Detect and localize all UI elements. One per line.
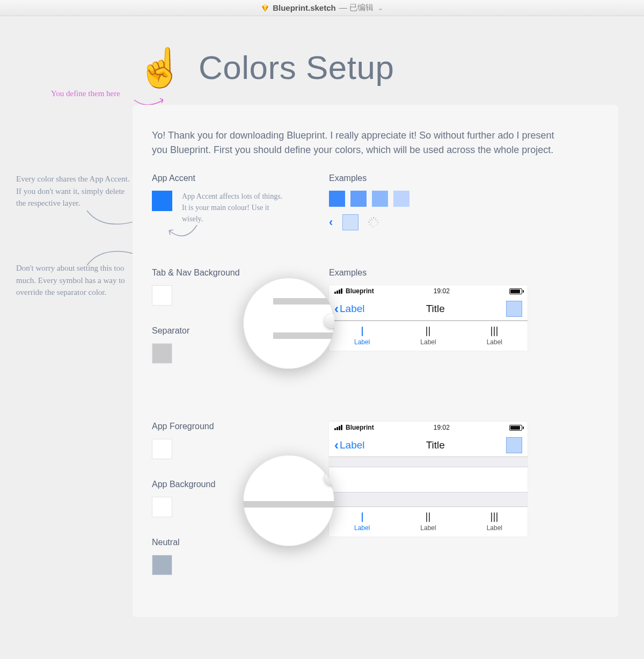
- ios-tab-3[interactable]: Label: [462, 321, 528, 351]
- sketch-icon: [261, 4, 269, 12]
- ios-tab-bar: Label Label Label: [329, 321, 528, 351]
- label-app-foreground: App Foreground: [152, 422, 329, 431]
- ios-nav-right-swatch[interactable]: [506, 437, 522, 453]
- chevron-left-icon[interactable]: ‹: [329, 215, 333, 229]
- magnifier-2: [243, 455, 334, 546]
- annotation-define-here: You define them here: [51, 88, 120, 100]
- ios-nav-bar: ‹Label Title: [329, 433, 528, 457]
- signal-icon: [334, 425, 342, 430]
- ios-status-bar: Blueprint 19:02: [329, 285, 528, 297]
- label-tabnav: Tab & Nav Background: [152, 268, 329, 278]
- annotation-dont-worry: Don't worry about setting this too much.…: [16, 262, 134, 299]
- chevron-left-icon: ‹: [334, 439, 339, 452]
- accent-shades: [329, 191, 599, 207]
- window-filename: Blueprint.sketch: [273, 3, 336, 12]
- ios-back-button[interactable]: ‹Label: [334, 439, 365, 452]
- section-fgbg: App Foreground App Background Neutral: [152, 422, 599, 596]
- magnifier-1: [243, 278, 334, 369]
- swatch-separator[interactable]: [152, 343, 172, 364]
- swatch-background[interactable]: [152, 497, 172, 517]
- ios-tab-2[interactable]: Label: [395, 507, 461, 537]
- ios-table-body: [329, 457, 528, 506]
- accent-examples-row: ‹: [329, 214, 599, 230]
- ios-carrier: Blueprint: [346, 424, 374, 431]
- shade-1: [329, 191, 345, 207]
- ios-tab-label: Label: [354, 338, 370, 346]
- ios-back-label: Label: [340, 439, 365, 451]
- ios-tab-1[interactable]: Label: [329, 321, 395, 351]
- ios-time: 19:02: [434, 287, 450, 295]
- section-accent: App Accent App Accent affects lots of th…: [152, 173, 599, 230]
- ios-nav-right-swatch[interactable]: [506, 301, 522, 317]
- ios-nav-title: Title: [426, 439, 445, 451]
- ios-back-button[interactable]: ‹Label: [334, 302, 365, 315]
- spinner-icon: [368, 217, 379, 228]
- ios-nav-title: Title: [426, 303, 445, 315]
- arrow-accent-note: [167, 224, 199, 240]
- shade-3: [372, 191, 388, 207]
- ios-back-label: Label: [340, 303, 365, 315]
- shade-2: [350, 191, 367, 207]
- label-examples-1: Examples: [329, 173, 599, 183]
- ios-mock-1: Blueprint 19:02 ‹Label Title Label Label…: [329, 285, 528, 351]
- intro-text: Yo! Thank you for downloading Blueprint.…: [152, 128, 570, 157]
- swatch-tabnav[interactable]: [152, 285, 172, 306]
- accent-note: App Accent affects lots of things. It is…: [182, 191, 284, 225]
- battery-icon: [509, 425, 522, 431]
- ios-table-cell[interactable]: [329, 467, 528, 493]
- ios-tab-label: Label: [420, 524, 436, 532]
- ios-tab-label: Label: [420, 338, 436, 346]
- selection-swatch[interactable]: [342, 214, 358, 230]
- swatch-neutral[interactable]: [152, 555, 172, 575]
- ios-tab-bar: Label Label Label: [329, 506, 528, 537]
- battery-icon: [509, 288, 522, 294]
- ios-time: 19:02: [434, 424, 450, 431]
- ios-tab-label: Label: [487, 338, 502, 346]
- chevron-down-icon[interactable]: ⌄: [378, 4, 383, 12]
- chevron-left-icon: ‹: [334, 302, 339, 315]
- content-card: Yo! Thank you for downloading Blueprint.…: [133, 105, 618, 617]
- ios-tab-1[interactable]: Label: [329, 507, 395, 537]
- ios-nav-bar: ‹Label Title: [329, 297, 528, 321]
- swatch-foreground[interactable]: [152, 439, 172, 459]
- label-app-accent: App Accent: [152, 173, 329, 183]
- pointing-up-emoji: ☝️: [137, 49, 184, 86]
- window-titlebar: Blueprint.sketch — 已编辑 ⌄: [0, 0, 644, 16]
- ios-carrier: Blueprint: [346, 287, 374, 295]
- label-examples-2: Examples: [329, 268, 599, 278]
- ios-tab-2[interactable]: Label: [395, 321, 461, 351]
- ios-tab-label: Label: [354, 524, 370, 532]
- ios-mock-2: Blueprint 19:02 ‹Label Title Label: [329, 422, 528, 537]
- annotation-shares-accent: Every color shares the App Accent. If yo…: [16, 173, 134, 209]
- page-heading: ☝️ Colors Setup: [137, 48, 644, 86]
- window-edited-label: — 已编辑: [339, 3, 374, 13]
- ios-tab-label: Label: [487, 524, 502, 532]
- signal-icon: [334, 288, 342, 294]
- swatch-app-accent[interactable]: [152, 191, 172, 211]
- shade-4: [393, 191, 409, 207]
- ios-tab-3[interactable]: Label: [462, 507, 528, 537]
- section-tabnav: Tab & Nav Background Separator Examples …: [152, 268, 599, 384]
- canvas: ☝️ Colors Setup You define them here Eve…: [0, 16, 644, 639]
- ios-status-bar: Blueprint 19:02: [329, 422, 528, 433]
- page-title: Colors Setup: [199, 48, 394, 86]
